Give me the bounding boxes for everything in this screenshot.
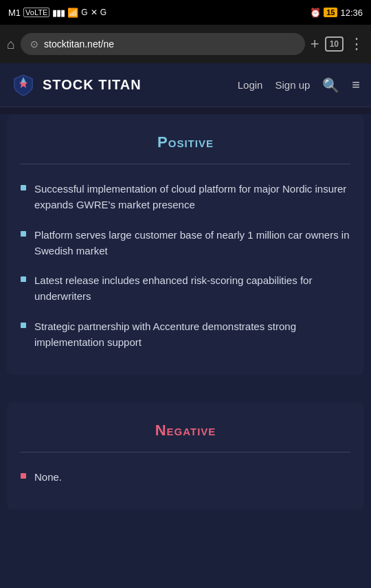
negative-divider <box>21 452 350 453</box>
network-g-icon: G <box>81 8 87 17</box>
home-icon[interactable]: ⌂ <box>7 36 15 52</box>
bullet-icon <box>21 473 26 479</box>
positive-item-2: Platform serves large customer base of n… <box>34 227 350 259</box>
positive-item-3: Latest release includes enhanced risk-sc… <box>34 272 350 305</box>
search-icon[interactable]: 🔍 <box>322 77 339 94</box>
status-right: ⏰ 15 12:36 <box>310 8 363 18</box>
nav-actions: Login Sign up 🔍 ≡ <box>238 77 360 94</box>
positive-section-title: Positive <box>21 133 350 151</box>
list-item: Latest release includes enhanced risk-sc… <box>21 272 350 305</box>
main-content: Positive Successful implementation of cl… <box>0 114 371 588</box>
time-display: 12:36 <box>340 8 363 18</box>
section-gap <box>0 382 371 395</box>
network-g2-icon: G <box>100 8 106 17</box>
negative-section: Negative None. <box>7 402 364 510</box>
positive-bullet-list: Successful implementation of cloud platf… <box>21 181 350 350</box>
positive-section: Positive Successful implementation of cl… <box>7 114 364 375</box>
alarm-icon: ⏰ <box>310 8 321 18</box>
browser-bar: ⌂ ⊙ stocktitan.net/ne + 10 ⋮ <box>0 25 371 63</box>
bullet-icon <box>21 185 26 190</box>
list-item: Strategic partnership with Accenture dem… <box>21 318 350 351</box>
security-icon: ⊙ <box>30 39 38 50</box>
positive-item-1: Successful implementation of cloud platf… <box>34 181 350 213</box>
hamburger-menu-icon[interactable]: ≡ <box>352 77 360 93</box>
tab-count-badge[interactable]: 10 <box>325 36 344 52</box>
list-item: None. <box>21 469 350 485</box>
status-bar: M1 VoLTE ▮▮▮ 📶 G ✕ G ⏰ 15 12:36 <box>0 0 371 25</box>
logo-shield-icon <box>11 73 36 98</box>
volte-badge: VoLTE <box>23 8 49 17</box>
list-item: Platform serves large customer base of n… <box>21 227 350 259</box>
wifi-icon: 📶 <box>67 8 78 18</box>
browser-menu-button[interactable]: ⋮ <box>349 35 364 53</box>
carrier-label: M1 <box>8 8 21 18</box>
positive-divider <box>21 164 350 164</box>
negative-item-1: None. <box>34 469 62 485</box>
address-text: stocktitan.net/ne <box>44 39 114 50</box>
negative-bullet-list: None. <box>21 469 350 485</box>
add-tab-button[interactable]: + <box>311 35 319 53</box>
positive-item-4: Strategic partnership with Accenture dem… <box>34 318 350 351</box>
bullet-icon <box>21 276 26 282</box>
bullet-icon <box>21 231 26 237</box>
nav-bar: STOCK TITAN Login Sign up 🔍 ≡ <box>0 63 371 107</box>
address-bar[interactable]: ⊙ stocktitan.net/ne <box>21 33 305 55</box>
signal-icon: ▮▮▮ <box>52 8 65 18</box>
battery-level: 15 <box>324 8 337 17</box>
status-left: M1 VoLTE ▮▮▮ 📶 G ✕ G <box>8 8 106 18</box>
logo-text: STOCK TITAN <box>43 77 142 93</box>
list-item: Successful implementation of cloud platf… <box>21 181 350 213</box>
logo-container: STOCK TITAN <box>11 73 238 98</box>
x-icon: ✕ <box>91 8 98 17</box>
login-button[interactable]: Login <box>238 79 263 91</box>
signup-button[interactable]: Sign up <box>275 79 310 91</box>
negative-section-title: Negative <box>21 422 350 439</box>
bullet-icon <box>21 323 26 328</box>
